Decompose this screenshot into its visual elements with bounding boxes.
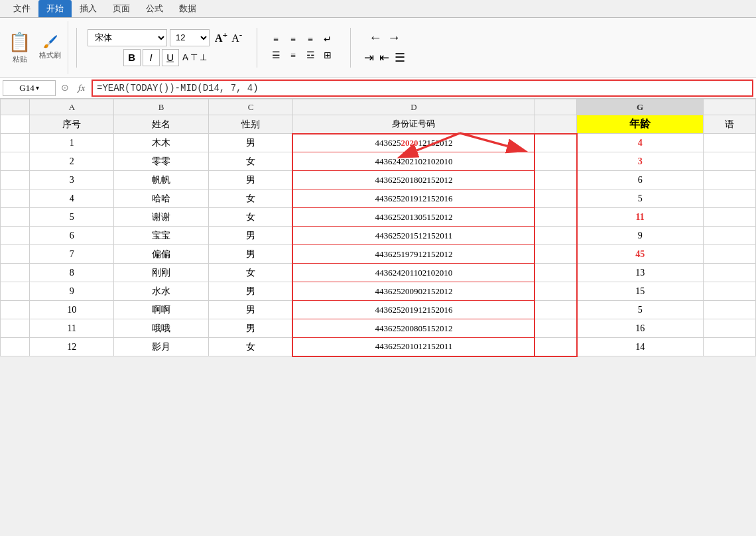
cell-c3[interactable]: 男 bbox=[209, 171, 293, 189]
cell-a9[interactable]: 9 bbox=[30, 282, 114, 301]
cell-c10[interactable]: 男 bbox=[209, 301, 293, 319]
cell-a2[interactable]: 2 bbox=[30, 152, 114, 171]
align-bottom-icon[interactable]: ≡ bbox=[302, 33, 318, 46]
font-size-dropdown[interactable]: 12 bbox=[170, 29, 210, 46]
cell-a4[interactable]: 4 bbox=[30, 189, 114, 208]
cell-ref-dropdown-icon[interactable]: ▾ bbox=[36, 84, 39, 91]
cell-a6[interactable]: 6 bbox=[30, 227, 114, 245]
align-right-icon[interactable]: ☲ bbox=[302, 49, 318, 62]
header-idcard[interactable]: 身份证号码 bbox=[292, 115, 535, 134]
cell-d12[interactable]: 443625201012152011 bbox=[292, 338, 535, 356]
header-seqnum[interactable]: 序号 bbox=[30, 115, 114, 134]
header-gender[interactable]: 性别 bbox=[209, 115, 293, 134]
cell-c4[interactable]: 女 bbox=[209, 189, 293, 208]
menu-file[interactable]: 文件 bbox=[5, 0, 38, 17]
align-middle-icon[interactable]: ≡ bbox=[285, 33, 301, 46]
cell-d6[interactable]: 443625201512152011 bbox=[292, 227, 535, 245]
cell-d4[interactable]: 443625201912152016 bbox=[292, 189, 535, 208]
subscript-icon[interactable]: ⊥ bbox=[200, 52, 207, 63]
header-name[interactable]: 姓名 bbox=[114, 115, 209, 134]
cell-c7[interactable]: 男 bbox=[209, 245, 293, 264]
strikethrough-icon[interactable]: A̶ bbox=[182, 52, 188, 63]
cell-b12[interactable]: 影月 bbox=[114, 338, 209, 356]
col-header-a[interactable]: A bbox=[30, 99, 114, 115]
cell-c2[interactable]: 女 bbox=[209, 152, 293, 171]
cell-b5[interactable]: 谢谢 bbox=[114, 208, 209, 227]
cell-b9[interactable]: 水水 bbox=[114, 282, 209, 301]
cell-c9[interactable]: 男 bbox=[209, 282, 293, 301]
col-header-extra[interactable] bbox=[703, 99, 755, 115]
menu-data[interactable]: 数据 bbox=[171, 0, 204, 17]
header-lang[interactable]: 语 bbox=[703, 115, 755, 134]
cell-a12[interactable]: 12 bbox=[30, 338, 114, 356]
cell-a5[interactable]: 5 bbox=[30, 208, 114, 227]
cell-g7[interactable]: 45 bbox=[577, 245, 703, 264]
menu-insert[interactable]: 插入 bbox=[72, 0, 105, 17]
cell-d3[interactable]: 443625201802152012 bbox=[292, 171, 535, 189]
font-increase-icon[interactable]: A+ bbox=[215, 30, 227, 44]
cell-a3[interactable]: 3 bbox=[30, 171, 114, 189]
cell-g12[interactable]: 14 bbox=[577, 338, 703, 356]
cell-g8[interactable]: 13 bbox=[577, 264, 703, 282]
cell-b8[interactable]: 刚刚 bbox=[114, 264, 209, 282]
col-header-c[interactable]: C bbox=[209, 99, 293, 115]
format-brush-icon[interactable]: 🖌️ bbox=[43, 34, 58, 49]
cell-a7[interactable]: 7 bbox=[30, 245, 114, 264]
cell-d10[interactable]: 443625201912152016 bbox=[292, 301, 535, 319]
cell-c5[interactable]: 女 bbox=[209, 208, 293, 227]
cell-d1[interactable]: 443625202012152012 bbox=[292, 134, 535, 152]
cell-c12[interactable]: 女 bbox=[209, 338, 293, 356]
merge-icon[interactable]: ⊞ bbox=[320, 49, 336, 62]
underline-button[interactable]: U bbox=[162, 49, 179, 66]
list-icon[interactable]: ☰ bbox=[395, 50, 405, 65]
cell-a1[interactable]: 1 bbox=[30, 134, 114, 152]
cell-g10[interactable]: 5 bbox=[577, 301, 703, 319]
cell-g5[interactable]: 11 bbox=[577, 208, 703, 227]
cell-d2[interactable]: 443624202102102010 bbox=[292, 152, 535, 171]
cancel-icon[interactable]: ⊙ bbox=[58, 82, 72, 93]
cell-c6[interactable]: 男 bbox=[209, 227, 293, 245]
col-header-g[interactable]: G bbox=[577, 99, 703, 115]
cell-b4[interactable]: 哈哈 bbox=[114, 189, 209, 208]
align-top-icon[interactable]: ≡ bbox=[268, 33, 284, 46]
menu-page[interactable]: 页面 bbox=[105, 0, 138, 17]
cell-reference-box[interactable]: G14 ▾ bbox=[3, 80, 56, 96]
font-decrease-icon[interactable]: A- bbox=[231, 30, 242, 44]
cell-g3[interactable]: 6 bbox=[577, 171, 703, 189]
cell-b7[interactable]: 偏偏 bbox=[114, 245, 209, 264]
cell-d5[interactable]: 443625201305152012 bbox=[292, 208, 535, 227]
cell-a10[interactable]: 10 bbox=[30, 301, 114, 319]
bold-button[interactable]: B bbox=[123, 49, 141, 66]
cell-a11[interactable]: 11 bbox=[30, 319, 114, 338]
cell-b3[interactable]: 帆帆 bbox=[114, 171, 209, 189]
cell-b2[interactable]: 零零 bbox=[114, 152, 209, 171]
header-age[interactable]: 年龄 bbox=[577, 115, 703, 134]
superscript-icon[interactable]: ⊤ bbox=[190, 52, 198, 63]
align-left-icon[interactable]: ☰ bbox=[268, 49, 284, 62]
col-header-b[interactable]: B bbox=[114, 99, 209, 115]
col-header-e[interactable] bbox=[535, 99, 576, 115]
formula-input[interactable] bbox=[92, 80, 753, 97]
menu-formula[interactable]: 公式 bbox=[138, 0, 171, 17]
cell-g11[interactable]: 16 bbox=[577, 319, 703, 338]
arrow-right-icon[interactable]: → bbox=[387, 30, 401, 45]
indent-icon[interactable]: ⇥ bbox=[364, 50, 374, 65]
cell-d8[interactable]: 443624201102102010 bbox=[292, 264, 535, 282]
paste-icon[interactable]: 📋 bbox=[8, 31, 31, 53]
cell-d7[interactable]: 443625197912152012 bbox=[292, 245, 535, 264]
cell-g1[interactable]: 4 bbox=[577, 134, 703, 152]
cell-a8[interactable]: 8 bbox=[30, 264, 114, 282]
col-header-d[interactable]: D bbox=[292, 99, 535, 115]
cell-b11[interactable]: 哦哦 bbox=[114, 319, 209, 338]
cell-d11[interactable]: 443625200805152012 bbox=[292, 319, 535, 338]
font-name-dropdown[interactable]: 宋体 bbox=[88, 29, 167, 46]
cell-c11[interactable]: 男 bbox=[209, 319, 293, 338]
outdent-icon[interactable]: ⇤ bbox=[379, 50, 389, 65]
cell-g2[interactable]: 3 bbox=[577, 152, 703, 171]
cell-g9[interactable]: 15 bbox=[577, 282, 703, 301]
wrap-text-icon[interactable]: ↵ bbox=[320, 33, 336, 46]
cell-d9[interactable]: 443625200902152012 bbox=[292, 282, 535, 301]
cell-c1[interactable]: 男 bbox=[209, 134, 293, 152]
cell-b6[interactable]: 宝宝 bbox=[114, 227, 209, 245]
cell-b1[interactable]: 木木 bbox=[114, 134, 209, 152]
